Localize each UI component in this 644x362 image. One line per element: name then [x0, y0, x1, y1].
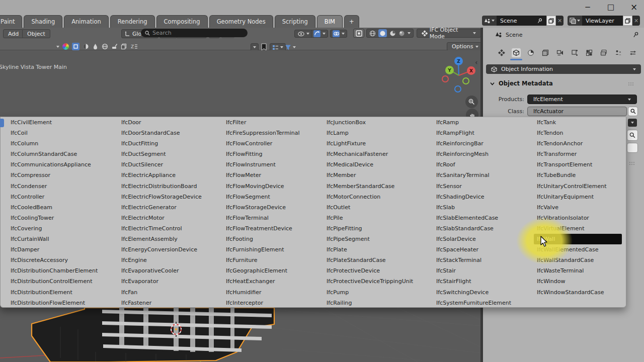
visibility-dropdown[interactable] — [294, 30, 313, 38]
dropdown-item-ifccompressor[interactable]: IfcCompressor — [11, 170, 98, 180]
dropdown-item-ifcfastener[interactable]: IfcFastener — [121, 298, 202, 308]
add-menu-button[interactable]: Add — [3, 29, 24, 38]
dropdown-item-ifcvalve[interactable]: IfcValve — [537, 202, 622, 213]
dropdown-item-ifcspaceheater[interactable]: IfcSpaceHeater — [436, 244, 511, 255]
tab-particles-icon[interactable] — [614, 48, 623, 57]
gizmo-axis-z-neg[interactable] — [454, 85, 461, 93]
dropdown-item-ifcflowmeter[interactable]: IfcFlowMeter — [226, 170, 299, 180]
brush-icon[interactable] — [111, 43, 118, 50]
dropdown-item-ifcelectricappliance[interactable]: IfcElectricAppliance — [121, 170, 202, 180]
dropdown-item-ifctank[interactable]: IfcTank — [537, 117, 622, 128]
object-metadata-header[interactable]: Object Metadata — [490, 80, 553, 87]
dropdown-item-ifclightfixture[interactable]: IfcLightFixture — [327, 138, 413, 149]
dropdown-item-ifccurtainwall[interactable]: IfcCurtainWall — [11, 234, 98, 244]
scene-icon[interactable] — [482, 16, 497, 26]
dropdown-item-ifccoil[interactable]: IfcCoil — [11, 128, 98, 138]
scene-name-field[interactable]: Scene — [497, 16, 546, 26]
dropdown-item-ifcflowmovingdevice[interactable]: IfcFlowMovingDevice — [226, 181, 299, 192]
dropdown-item-ifcwindow[interactable]: IfcWindow — [537, 276, 622, 287]
minimize-icon[interactable]: − — [582, 2, 594, 12]
dropdown-item-ifctubebundle[interactable]: IfcTubeBundle — [537, 170, 622, 180]
dropdown-scroll-indicator[interactable] — [0, 119, 4, 127]
dropdown-item-ifcsystemfurnitureelement[interactable]: IfcSystemFurnitureElement — [436, 298, 511, 308]
filter-box-icon[interactable] — [72, 43, 79, 50]
dropdown-item-ifcflowterminal[interactable]: IfcFlowTerminal — [226, 213, 299, 223]
dropdown-item-ifcprotectivedevicetrippingunit[interactable]: IfcProtectiveDeviceTrippingUnit — [327, 276, 413, 287]
dropdown-item-ifcvirtualelement[interactable]: IfcVirtualElement — [537, 223, 622, 234]
class-search-field[interactable]: IfcActuator — [527, 107, 627, 116]
interaction-mode-dropdown[interactable]: IFC Object Mode — [417, 29, 481, 38]
dropdown-item-ifcprotectivedevice[interactable]: IfcProtectiveDevice — [327, 265, 413, 276]
dropdown-item-ifcunitaryequipment[interactable]: IfcUnitaryEquipment — [537, 192, 622, 202]
object-menu-button[interactable]: Object — [22, 29, 50, 38]
viewlayer-selector[interactable]: ViewLayer ✕ — [568, 16, 640, 26]
options-dropdown[interactable]: Options — [447, 42, 484, 51]
tab-render-icon[interactable] — [497, 48, 506, 57]
dropdown-item-ifcmotorconnection[interactable]: IfcMotorConnection — [327, 192, 413, 202]
globe-icon[interactable] — [102, 43, 108, 50]
close-icon[interactable]: × — [628, 2, 640, 12]
dropdown-item-ifcstair[interactable]: IfcStair — [436, 265, 511, 276]
dropdown-item-ifcelectricdistributionboard[interactable]: IfcElectricDistributionBoard — [121, 181, 202, 192]
dropdown-item-ifcevaporativecooler[interactable]: IfcEvaporativeCooler — [121, 265, 202, 276]
workspace-tab-shading[interactable]: Shading — [24, 15, 62, 28]
dropdown-item-ifcfiresuppressionterminal[interactable]: IfcFireSuppressionTerminal — [226, 128, 299, 138]
gizmo-axis-z[interactable]: Z — [454, 57, 463, 65]
search-field[interactable] — [141, 29, 248, 37]
dropdown-item-ifcsensor[interactable]: IfcSensor — [436, 181, 511, 192]
dropdown-item-ifcflowtreatmentdevice[interactable]: IfcFlowTreatmentDevice — [226, 223, 299, 234]
dropdown-item-ifccondenser[interactable]: IfcCondenser — [11, 181, 98, 192]
dropdown-item-ifctendonanchor[interactable]: IfcTendonAnchor — [537, 138, 622, 149]
dropdown-item-ifcpump[interactable]: IfcPump — [327, 287, 413, 298]
dropdown-item-ifcelectricgenerator[interactable]: IfcElectricGenerator — [121, 202, 202, 213]
new-scene-button[interactable] — [546, 16, 556, 26]
dropdown-item-ifcductsegment[interactable]: IfcDuctSegment — [121, 149, 202, 159]
dropdown-item-ifcramp[interactable]: IfcRamp — [436, 117, 511, 128]
dropdown-item-ifcpile[interactable]: IfcPile — [327, 213, 413, 223]
pin-icon[interactable] — [633, 32, 639, 38]
dropdown-item-ifcstairflight[interactable]: IfcStairFlight — [436, 276, 511, 287]
collapse-chevron-icon[interactable] — [56, 46, 59, 48]
dropdown-item-ifccolumnstandardcase[interactable]: IfcColumnStandardCase — [11, 149, 98, 159]
droplet-icon[interactable] — [92, 43, 99, 50]
partial-dropdown-button[interactable] — [628, 119, 637, 127]
dropdown-item-ifcpipefitting[interactable]: IfcPipeFitting — [327, 223, 413, 234]
dropdown-item-ifcdistributionelement[interactable]: IfcDistributionElement — [11, 287, 98, 298]
dropdown-item-ifccommunicationsappliance[interactable]: IfcCommunicationsAppliance — [11, 159, 98, 170]
tab-scene-icon[interactable] — [555, 48, 565, 57]
dropdown-item-ifcfilter[interactable]: IfcFilter — [226, 117, 299, 128]
dropdown-item-ifcroof[interactable]: IfcRoof — [436, 159, 511, 170]
dropdown-item-ifctransportelement[interactable]: IfcTransportElement — [537, 159, 622, 170]
dropdown-item-ifcoutlet[interactable]: IfcOutlet — [327, 202, 413, 213]
dropdown-item-ifcvibrationisolator[interactable]: IfcVibrationIsolator — [537, 213, 622, 223]
solid-shading-toggle[interactable] — [378, 29, 387, 37]
gizmos-dropdown[interactable] — [311, 30, 328, 38]
dropdown-item-ifcmedicaldevice[interactable]: IfcMedicalDevice — [327, 159, 413, 170]
dropdown-item-ifcmemberstandardcase[interactable]: IfcMemberStandardCase — [327, 181, 413, 192]
dropdown-item-ifcwindowstandardcase[interactable]: IfcWindowStandardCase — [537, 287, 622, 298]
dropdown-item-ifcwallelementedcase[interactable]: IfcWallElementedCase — [537, 244, 622, 255]
workspace-tab-bim[interactable]: BIM — [317, 15, 343, 28]
xray-toggle[interactable] — [353, 29, 364, 38]
workspace-tab-compositing[interactable]: Compositing — [156, 15, 208, 28]
dropdown-item-ifcreinforcingbar[interactable]: IfcReinforcingBar — [436, 138, 511, 149]
color-wheel-icon[interactable] — [62, 43, 69, 50]
dropdown-item-ifcdistributionflowelement[interactable]: IfcDistributionFlowElement — [11, 298, 98, 308]
dropdown-item-ifcflowstoragedevice[interactable]: IfcFlowStorageDevice — [226, 202, 299, 213]
dropdown-item-ifcinterceptor[interactable]: IfcInterceptor — [226, 298, 299, 308]
dropdown-item-ifctendon[interactable]: IfcTendon — [537, 128, 622, 138]
dropdown-item-ifcshadingdevice[interactable]: IfcShadingDevice — [436, 192, 511, 202]
dropdown-item-ifcwasteterminal[interactable]: IfcWasteTerminal — [537, 265, 622, 276]
dropdown-item-ifcevaporator[interactable]: IfcEvaporator — [121, 276, 202, 287]
workspace-tab-paint[interactable]: Paint — [0, 15, 22, 28]
zoom-button[interactable] — [465, 96, 478, 108]
dropdown-item-ifcenergyconversiondevice[interactable]: IfcEnergyConversionDevice — [121, 244, 202, 255]
dropdown-item-ifcflowfitting[interactable]: IfcFlowFitting — [226, 149, 299, 159]
dropdown-item-ifccontroller[interactable]: IfcController — [11, 192, 98, 202]
dropdown-item-ifcmember[interactable]: IfcMember — [327, 170, 413, 180]
dropdown-item-ifctransformer[interactable]: IfcTransformer — [537, 149, 622, 159]
gizmo-axis-x[interactable]: X — [467, 66, 475, 75]
dropdown-item-ifcslabstandardcase[interactable]: IfcSlabStandardCase — [436, 223, 511, 234]
gizmo-axis-y[interactable]: Y — [445, 66, 454, 74]
tab-data-icon[interactable] — [585, 48, 594, 57]
